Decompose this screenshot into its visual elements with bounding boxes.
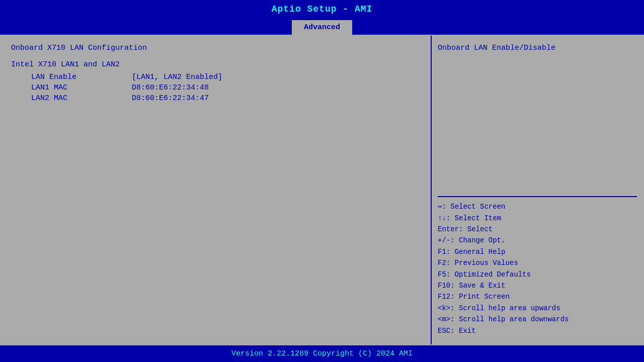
shortcut-line-1: ↑↓: Select Item bbox=[438, 213, 637, 224]
help-text-area: Onboard LAN Enable/Disable bbox=[438, 44, 637, 188]
subsection-title: Intel X710 LAN1 and LAN2 bbox=[11, 60, 421, 69]
shortcut-line-8: F12: Print Screen bbox=[438, 291, 637, 302]
config-row-lan2-mac: LAN2 MAC D8:60:E6:22:34:47 bbox=[11, 94, 421, 103]
lan-enable-label: LAN Enable bbox=[31, 73, 132, 81]
shortcut-line-3: +/-: Change Opt. bbox=[438, 235, 637, 246]
section-title: Onboard X710 LAN Configuration bbox=[11, 44, 421, 52]
config-row-lan1-mac: LAN1 MAC D8:60:E6:22:34:48 bbox=[11, 83, 421, 92]
help-divider bbox=[438, 196, 637, 197]
footer: Version 2.22.1289 Copyright (C) 2024 AMI bbox=[0, 345, 644, 362]
lan1-mac-value: D8:60:E6:22:34:48 bbox=[132, 83, 209, 92]
shortcut-line-11: ESC: Exit bbox=[438, 325, 637, 336]
right-panel: Onboard LAN Enable/Disable ⇔: Select Scr… bbox=[432, 36, 643, 344]
tab-advanced[interactable]: Advanced bbox=[292, 20, 352, 35]
tab-bar: Advanced bbox=[0, 18, 644, 35]
lan-enable-value: [LAN1, LAN2 Enabled] bbox=[132, 73, 222, 81]
shortcut-line-5: F2: Previous Values bbox=[438, 257, 637, 268]
title-text: Aptio Setup - AMI bbox=[272, 4, 373, 14]
lan2-mac-label: LAN2 MAC bbox=[31, 94, 132, 103]
shortcut-line-4: F1: General Help bbox=[438, 246, 637, 257]
shortcut-line-2: Enter: Select bbox=[438, 224, 637, 235]
main-content: Onboard X710 LAN Configuration Intel X71… bbox=[0, 35, 644, 345]
shortcut-line-0: ⇔: Select Screen bbox=[438, 201, 637, 212]
shortcut-line-9: <k>: Scroll help area upwards bbox=[438, 303, 637, 314]
title-bar: Aptio Setup - AMI bbox=[0, 0, 644, 18]
shortcuts-area: ⇔: Select Screen↑↓: Select ItemEnter: Se… bbox=[438, 201, 637, 336]
shortcut-line-6: F5: Optimized Defaults bbox=[438, 269, 637, 280]
help-text: Onboard LAN Enable/Disable bbox=[438, 44, 555, 52]
left-panel: Onboard X710 LAN Configuration Intel X71… bbox=[1, 36, 432, 344]
shortcut-line-10: <m>: Scroll help area downwards bbox=[438, 314, 637, 325]
lan2-mac-value: D8:60:E6:22:34:47 bbox=[132, 94, 209, 103]
footer-text: Version 2.22.1289 Copyright (C) 2024 AMI bbox=[231, 349, 413, 358]
lan1-mac-label: LAN1 MAC bbox=[31, 83, 132, 92]
shortcut-line-7: F10: Save & Exit bbox=[438, 280, 637, 291]
config-row-lan-enable: LAN Enable [LAN1, LAN2 Enabled] bbox=[11, 73, 421, 81]
